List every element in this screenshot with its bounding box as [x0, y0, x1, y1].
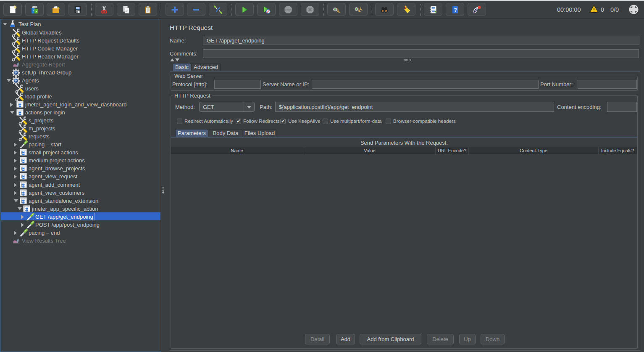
svg-text:STOP: STOP — [285, 8, 292, 11]
svg-text:?: ? — [454, 7, 457, 13]
